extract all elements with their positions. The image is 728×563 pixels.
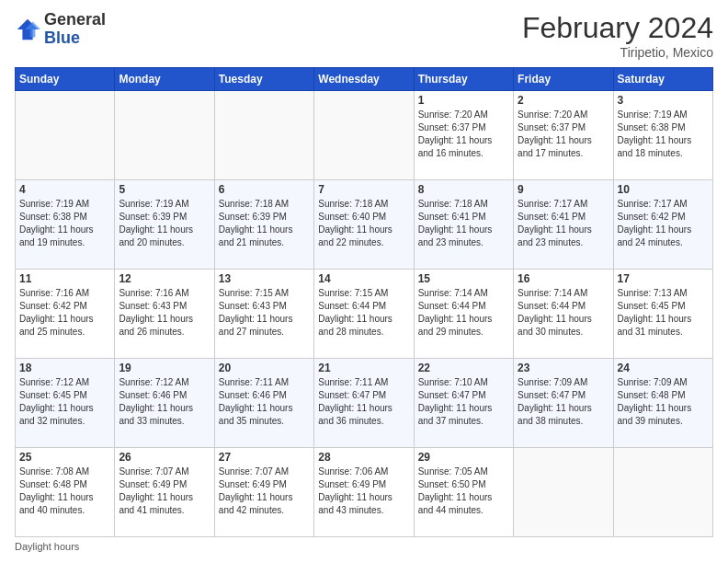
- day-info: Sunrise: 7:06 AMSunset: 6:49 PMDaylight:…: [318, 465, 409, 517]
- day-number: 27: [219, 451, 310, 464]
- day-number: 15: [418, 272, 509, 285]
- calendar-week-1: 1Sunrise: 7:20 AMSunset: 6:37 PMDaylight…: [16, 91, 713, 180]
- day-number: 29: [418, 451, 509, 464]
- table-row: 1Sunrise: 7:20 AMSunset: 6:37 PMDaylight…: [414, 91, 513, 180]
- table-row: 16Sunrise: 7:14 AMSunset: 6:44 PMDayligh…: [514, 270, 613, 359]
- day-info: Sunrise: 7:12 AMSunset: 6:46 PMDaylight:…: [119, 376, 210, 428]
- table-row: 4Sunrise: 7:19 AMSunset: 6:38 PMDaylight…: [16, 180, 115, 270]
- table-row: 25Sunrise: 7:08 AMSunset: 6:48 PMDayligh…: [16, 448, 115, 537]
- day-info: Sunrise: 7:07 AMSunset: 6:49 PMDaylight:…: [119, 465, 210, 517]
- page: General Blue February 2024 Tiripetio, Me…: [0, 0, 728, 563]
- day-number: 24: [618, 362, 709, 374]
- day-number: 17: [618, 272, 709, 285]
- table-row: 5Sunrise: 7:19 AMSunset: 6:39 PMDaylight…: [115, 180, 214, 270]
- day-number: 18: [19, 362, 110, 374]
- table-row: 10Sunrise: 7:17 AMSunset: 6:42 PMDayligh…: [613, 180, 712, 270]
- day-number: 22: [418, 362, 509, 374]
- day-info: Sunrise: 7:10 AMSunset: 6:47 PMDaylight:…: [418, 376, 509, 428]
- table-row: 3Sunrise: 7:19 AMSunset: 6:38 PMDaylight…: [613, 91, 712, 180]
- location-subtitle: Tiripetio, Mexico: [522, 45, 713, 60]
- table-row: [115, 91, 214, 180]
- calendar-week-4: 18Sunrise: 7:12 AMSunset: 6:45 PMDayligh…: [16, 359, 713, 448]
- day-number: 2: [518, 94, 609, 107]
- table-row: [314, 91, 414, 180]
- day-info: Sunrise: 7:15 AMSunset: 6:44 PMDaylight:…: [318, 287, 409, 339]
- day-number: 20: [219, 362, 310, 374]
- col-sunday: Sunday: [16, 68, 115, 91]
- table-row: 29Sunrise: 7:05 AMSunset: 6:50 PMDayligh…: [414, 448, 513, 537]
- day-number: 28: [318, 451, 409, 464]
- month-year-title: February 2024: [522, 11, 713, 45]
- table-row: 20Sunrise: 7:11 AMSunset: 6:46 PMDayligh…: [214, 359, 313, 448]
- day-info: Sunrise: 7:18 AMSunset: 6:40 PMDaylight:…: [318, 198, 409, 249]
- day-number: 9: [518, 183, 609, 196]
- col-friday: Friday: [514, 68, 613, 91]
- day-number: 1: [418, 94, 509, 107]
- table-row: 17Sunrise: 7:13 AMSunset: 6:45 PMDayligh…: [613, 270, 712, 359]
- day-info: Sunrise: 7:11 AMSunset: 6:47 PMDaylight:…: [318, 376, 409, 428]
- calendar-header-row: Sunday Monday Tuesday Wednesday Thursday…: [16, 68, 713, 91]
- table-row: 12Sunrise: 7:16 AMSunset: 6:43 PMDayligh…: [115, 270, 214, 359]
- day-info: Sunrise: 7:17 AMSunset: 6:41 PMDaylight:…: [518, 198, 609, 249]
- logo-general-text: General: [44, 11, 106, 29]
- day-number: 7: [318, 183, 409, 196]
- calendar-week-3: 11Sunrise: 7:16 AMSunset: 6:42 PMDayligh…: [16, 270, 713, 359]
- day-info: Sunrise: 7:18 AMSunset: 6:39 PMDaylight:…: [219, 198, 310, 249]
- day-info: Sunrise: 7:08 AMSunset: 6:48 PMDaylight:…: [19, 465, 110, 517]
- day-info: Sunrise: 7:17 AMSunset: 6:42 PMDaylight:…: [618, 198, 709, 249]
- day-info: Sunrise: 7:18 AMSunset: 6:41 PMDaylight:…: [418, 198, 509, 249]
- day-info: Sunrise: 7:16 AMSunset: 6:42 PMDaylight:…: [19, 287, 110, 339]
- table-row: [613, 448, 712, 537]
- col-monday: Monday: [115, 68, 214, 91]
- daylight-hours-label: Daylight hours: [15, 541, 79, 552]
- calendar-week-2: 4Sunrise: 7:19 AMSunset: 6:38 PMDaylight…: [16, 180, 713, 270]
- day-info: Sunrise: 7:14 AMSunset: 6:44 PMDaylight:…: [418, 287, 509, 339]
- table-row: 14Sunrise: 7:15 AMSunset: 6:44 PMDayligh…: [314, 270, 414, 359]
- logo-icon: [15, 17, 40, 42]
- table-row: 28Sunrise: 7:06 AMSunset: 6:49 PMDayligh…: [314, 448, 414, 537]
- day-number: 8: [418, 183, 509, 196]
- day-number: 12: [119, 272, 210, 285]
- table-row: 15Sunrise: 7:14 AMSunset: 6:44 PMDayligh…: [414, 270, 513, 359]
- day-number: 25: [19, 451, 110, 464]
- calendar-week-5: 25Sunrise: 7:08 AMSunset: 6:48 PMDayligh…: [16, 448, 713, 537]
- logo: General Blue: [15, 11, 106, 48]
- day-info: Sunrise: 7:07 AMSunset: 6:49 PMDaylight:…: [219, 465, 310, 517]
- day-number: 6: [219, 183, 310, 196]
- table-row: [514, 448, 613, 537]
- day-number: 5: [119, 183, 210, 196]
- table-row: 21Sunrise: 7:11 AMSunset: 6:47 PMDayligh…: [314, 359, 414, 448]
- day-info: Sunrise: 7:05 AMSunset: 6:50 PMDaylight:…: [418, 465, 509, 517]
- table-row: [214, 91, 313, 180]
- day-number: 14: [318, 272, 409, 285]
- day-number: 10: [618, 183, 709, 196]
- table-row: 9Sunrise: 7:17 AMSunset: 6:41 PMDaylight…: [514, 180, 613, 270]
- day-info: Sunrise: 7:19 AMSunset: 6:38 PMDaylight:…: [19, 198, 110, 249]
- day-number: 3: [618, 94, 709, 107]
- col-saturday: Saturday: [613, 68, 712, 91]
- table-row: 23Sunrise: 7:09 AMSunset: 6:47 PMDayligh…: [514, 359, 613, 448]
- day-number: 4: [19, 183, 110, 196]
- table-row: [16, 91, 115, 180]
- day-info: Sunrise: 7:12 AMSunset: 6:45 PMDaylight:…: [19, 376, 110, 428]
- col-thursday: Thursday: [414, 68, 513, 91]
- logo-blue-text: Blue: [44, 29, 106, 48]
- day-number: 19: [119, 362, 210, 374]
- table-row: 26Sunrise: 7:07 AMSunset: 6:49 PMDayligh…: [115, 448, 214, 537]
- day-number: 21: [318, 362, 409, 374]
- day-info: Sunrise: 7:15 AMSunset: 6:43 PMDaylight:…: [219, 287, 310, 339]
- day-info: Sunrise: 7:19 AMSunset: 6:39 PMDaylight:…: [119, 198, 210, 249]
- col-wednesday: Wednesday: [314, 68, 414, 91]
- table-row: 27Sunrise: 7:07 AMSunset: 6:49 PMDayligh…: [214, 448, 313, 537]
- day-info: Sunrise: 7:13 AMSunset: 6:45 PMDaylight:…: [618, 287, 709, 339]
- day-number: 16: [518, 272, 609, 285]
- title-section: February 2024 Tiripetio, Mexico: [522, 11, 713, 60]
- col-tuesday: Tuesday: [214, 68, 313, 91]
- day-number: 23: [518, 362, 609, 374]
- day-info: Sunrise: 7:14 AMSunset: 6:44 PMDaylight:…: [518, 287, 609, 339]
- table-row: 22Sunrise: 7:10 AMSunset: 6:47 PMDayligh…: [414, 359, 513, 448]
- day-number: 13: [219, 272, 310, 285]
- table-row: 2Sunrise: 7:20 AMSunset: 6:37 PMDaylight…: [514, 91, 613, 180]
- day-info: Sunrise: 7:09 AMSunset: 6:48 PMDaylight:…: [618, 376, 709, 428]
- table-row: 6Sunrise: 7:18 AMSunset: 6:39 PMDaylight…: [214, 180, 313, 270]
